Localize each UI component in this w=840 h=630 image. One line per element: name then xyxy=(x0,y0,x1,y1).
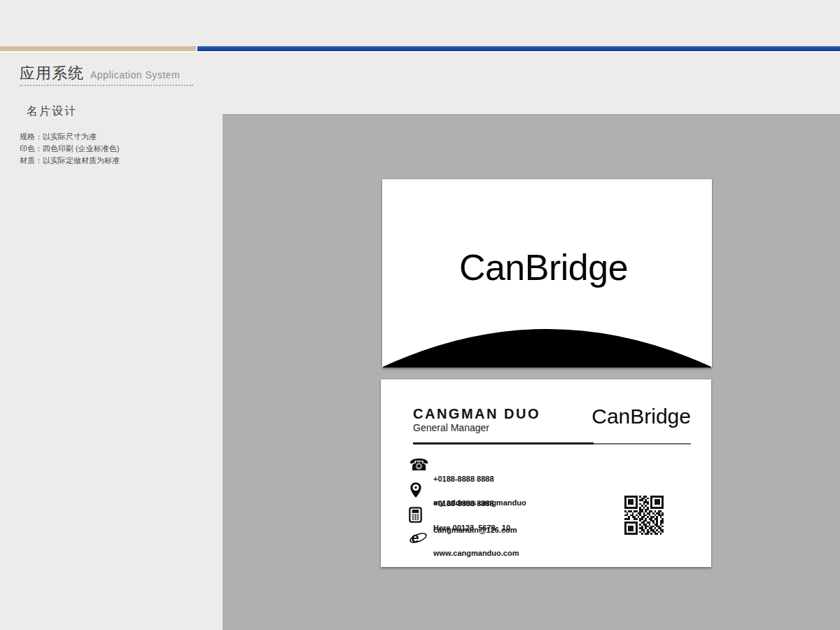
divider-dark-segment xyxy=(413,442,594,444)
person-name: CANGMAN DUO xyxy=(413,406,540,422)
spec-list: 规格：以实际尺寸为准 印色：四色印刷 (企业标准色) 材质：以实际定做材质为标准 xyxy=(20,131,120,167)
top-divider-blue-segment xyxy=(197,46,840,51)
person-title: General Manager xyxy=(413,422,489,433)
page-title-cn: 应用系统 xyxy=(20,63,84,84)
phone-icon: ☎ xyxy=(409,459,433,472)
brand-logo-back: CanBridge xyxy=(592,405,691,428)
dotted-underline xyxy=(20,85,193,86)
business-card-front: CanBridge xyxy=(382,179,712,368)
divider-light-segment xyxy=(594,443,691,444)
top-divider-tan-segment xyxy=(0,46,196,51)
section-title: 名片设计 xyxy=(27,104,77,119)
business-card-back: CANGMAN DUO General Manager CanBridge ☎ … xyxy=(381,379,711,567)
black-arc-graphic xyxy=(382,326,712,368)
mobile-icon xyxy=(409,507,433,526)
page-title-en: Application System xyxy=(90,69,180,80)
brand-logo-front: CanBridge xyxy=(382,246,705,288)
contact-website: www.cangmanduo.com xyxy=(433,529,519,574)
spec-line-size: 规格：以实际尺寸为准 xyxy=(20,131,120,143)
top-divider-highlight xyxy=(0,51,840,52)
spec-line-material: 材质：以实际定做材质为标准 xyxy=(20,155,120,167)
canvas-area: CanBridge CANGMAN DUO General Manager Ca… xyxy=(223,114,840,630)
contact-row-website: e www.cangmanduo.com xyxy=(409,529,519,574)
qr-code xyxy=(624,496,664,535)
browser-icon: e xyxy=(409,529,433,550)
header-divider xyxy=(413,442,691,444)
page: 应用系统 Application System 名片设计 规格：以实际尺寸为准 … xyxy=(0,0,840,630)
location-icon xyxy=(409,482,433,502)
spec-line-color: 印色：四色印刷 (企业标准色) xyxy=(20,143,120,155)
sidebar-header: 应用系统 Application System xyxy=(20,63,180,84)
